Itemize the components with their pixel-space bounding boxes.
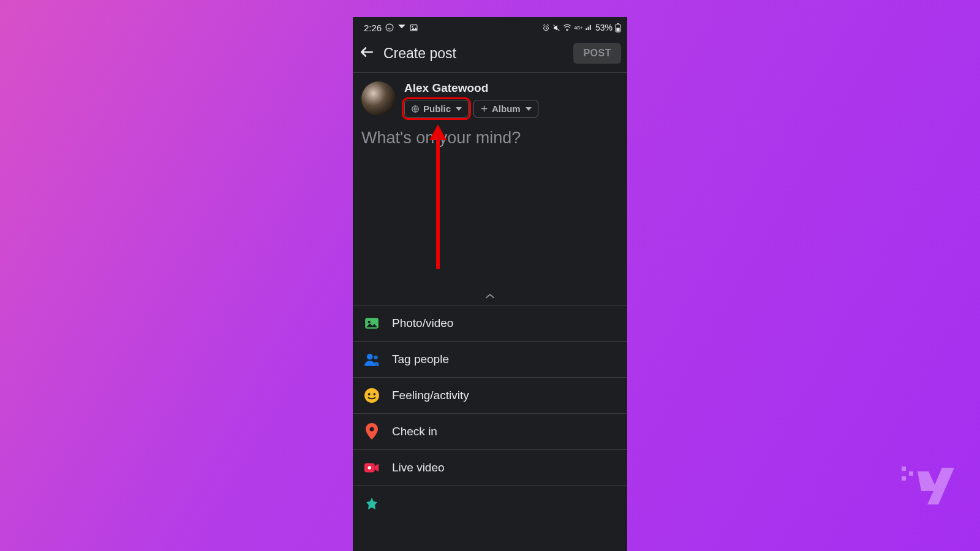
svg-point-2 <box>412 26 413 27</box>
post-button[interactable]: POST <box>573 43 621 64</box>
tag-people-icon <box>364 351 380 367</box>
option-photo-video[interactable]: Photo/video <box>353 305 627 342</box>
plus-icon <box>480 105 488 113</box>
svg-point-13 <box>364 388 379 403</box>
chevron-down-icon <box>526 107 532 111</box>
expand-options-handle[interactable] <box>353 288 627 305</box>
status-time: 2:26 <box>364 23 382 33</box>
lte-indicator: 4G+ <box>574 25 582 31</box>
svg-rect-6 <box>617 23 619 24</box>
chevron-down-icon <box>456 107 462 111</box>
back-button[interactable] <box>359 44 375 63</box>
audience-label: Public <box>423 103 451 114</box>
status-bar: 2:26 <box>353 17 627 36</box>
svg-rect-7 <box>616 28 619 31</box>
option-label: Photo/video <box>392 317 453 330</box>
signal-icon <box>585 24 593 31</box>
alarm-icon <box>542 24 550 32</box>
option-label: Live video <box>392 461 445 474</box>
battery-icon <box>615 23 621 32</box>
composer-placeholder: What's on your mind? <box>361 129 521 147</box>
svg-rect-20 <box>909 471 913 476</box>
page-title: Create post <box>383 45 456 62</box>
svg-point-11 <box>367 354 373 360</box>
option-label: Feeling/activity <box>392 389 469 402</box>
globe-icon <box>411 105 420 113</box>
picture-icon <box>410 24 418 32</box>
wifi-icon <box>563 24 571 31</box>
svg-point-18 <box>368 466 372 470</box>
album-selector[interactable]: Album <box>473 100 538 118</box>
svg-point-12 <box>374 356 378 360</box>
svg-rect-21 <box>902 476 906 481</box>
svg-point-14 <box>368 393 371 395</box>
page-header: Create post POST <box>353 36 627 73</box>
background-color-icon <box>364 496 380 512</box>
option-label: Tag people <box>392 353 449 366</box>
message-icon <box>398 24 406 31</box>
battery-percent: 53% <box>595 23 612 32</box>
author-name: Alex Gatewood <box>404 81 538 95</box>
post-button-label: POST <box>583 48 611 58</box>
live-video-icon <box>364 460 380 476</box>
gradient-background: 2:26 <box>0 0 980 551</box>
svg-point-0 <box>386 24 393 31</box>
album-label: Album <box>492 103 521 114</box>
mute-icon <box>552 24 560 32</box>
svg-point-16 <box>370 427 374 432</box>
post-composer[interactable]: What's on your mind? <box>353 118 627 288</box>
option-live-video[interactable]: Live video <box>353 450 627 486</box>
option-more[interactable] <box>353 486 627 530</box>
watermark-logo <box>900 463 956 514</box>
whatsapp-icon <box>385 23 394 32</box>
svg-rect-19 <box>902 467 906 471</box>
option-label: Check in <box>392 425 437 438</box>
composer-author-row: Alex Gatewood Public Album <box>353 73 627 118</box>
audience-selector[interactable]: Public <box>404 100 469 118</box>
avatar[interactable] <box>361 81 396 116</box>
option-feeling-activity[interactable]: Feeling/activity <box>353 378 627 414</box>
option-check-in[interactable]: Check in <box>353 414 627 450</box>
phone-frame: 2:26 <box>353 17 627 551</box>
location-pin-icon <box>364 424 380 440</box>
feeling-icon <box>364 388 380 403</box>
svg-point-15 <box>373 393 375 395</box>
option-tag-people[interactable]: Tag people <box>353 342 627 378</box>
photo-video-icon <box>364 315 380 331</box>
svg-point-10 <box>368 321 371 323</box>
chevron-up-icon <box>484 293 496 300</box>
